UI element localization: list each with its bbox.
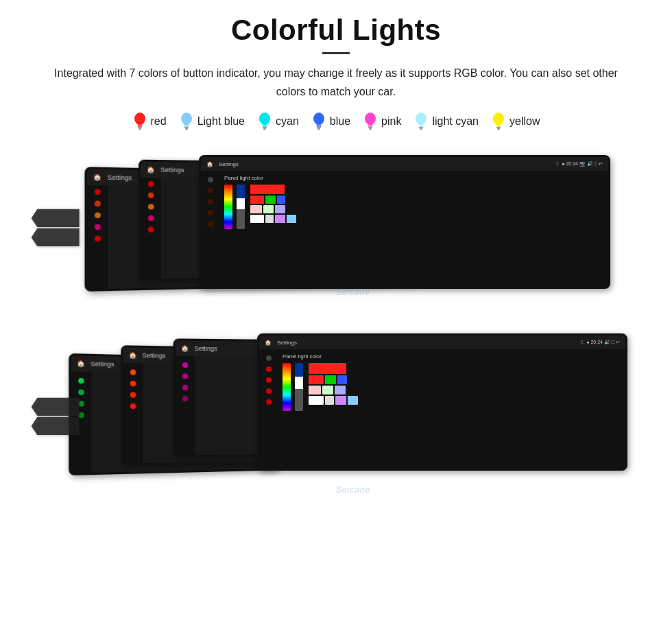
svg-point-16 [365,113,376,125]
color-label-blue: blue [330,115,350,128]
color-label-lightcyan: light cyan [432,115,479,128]
svg-rect-26 [496,127,501,128]
svg-rect-13 [316,124,321,127]
color-label-yellow: yellow [509,115,540,128]
svg-rect-21 [419,124,424,127]
bulb-red-icon [132,112,147,131]
panel-light-color-label-top: Panel light color [224,175,604,181]
svg-rect-25 [496,124,501,127]
page-container: Colorful Lights Integrated with 7 colors… [0,0,672,550]
svg-rect-17 [368,124,373,127]
svg-point-20 [416,113,427,125]
svg-point-0 [134,113,145,125]
bulb-cyan-icon [257,112,272,131]
svg-rect-11 [263,128,266,130]
svg-rect-14 [317,127,321,128]
svg-rect-2 [138,127,142,128]
svg-rect-27 [497,128,500,130]
top-devices-stack: 🏠 Settings ⚙ ✦ [93,152,614,303]
svg-point-4 [181,113,192,125]
watermark-top: Seicane [336,287,370,297]
device-front-bottom: 🏠 Settings ☾ ● 20:24 🔊 □ ↩ [257,333,627,471]
svg-rect-1 [137,124,142,127]
bulb-lightcyan-icon [413,112,429,131]
svg-point-12 [313,113,324,125]
svg-marker-31 [32,417,80,435]
svg-marker-28 [32,209,80,227]
title-section: Colorful Lights [27,14,645,54]
color-label-cyan: cyan [276,115,299,128]
left-arrow-ribbon-bottom [27,392,89,440]
left-arrow-ribbon-top [27,203,89,251]
svg-rect-6 [184,127,189,128]
svg-marker-30 [32,398,80,416]
color-item-pink: pink [363,112,401,131]
svg-rect-7 [185,128,188,130]
svg-marker-29 [32,228,80,246]
bulb-pink-icon [363,112,378,131]
svg-rect-9 [263,124,267,127]
device-front-top: 🏠 Settings ☾ ● 20:24 📷 🔊 □ ↩ [199,155,610,289]
color-label-red: red [151,115,167,128]
panel-light-color-label-bottom: Panel light color [283,353,621,360]
bulb-lightblue-icon [179,112,194,131]
svg-point-8 [259,113,270,125]
svg-rect-18 [368,127,372,128]
color-item-yellow: yellow [491,112,540,131]
color-item-lightcyan: light cyan [413,112,479,131]
svg-rect-22 [419,127,423,128]
color-label-pink: pink [381,115,401,128]
top-device-section: 🏠 Settings ⚙ ✦ [27,152,645,303]
color-item-red: red [132,112,167,131]
svg-rect-19 [369,128,372,130]
color-label-lightblue: Light blue [197,115,245,128]
svg-rect-10 [263,127,267,128]
title-divider [322,52,350,54]
svg-point-24 [493,113,504,125]
bottom-device-section: 🏠Settings ⚙ [27,330,645,502]
color-item-lightblue: Light blue [179,112,245,131]
bulb-yellow-icon [491,112,506,131]
description-text: Integrated with 7 colors of button indic… [41,64,631,101]
svg-rect-3 [139,128,141,130]
bulb-blue-icon [311,112,326,131]
svg-rect-5 [184,124,189,127]
color-indicators-row: red Light blue cyan [27,112,645,131]
watermark-bottom: Seicane [336,485,370,495]
color-item-cyan: cyan [257,112,299,131]
page-title: Colorful Lights [27,14,645,47]
color-item-blue: blue [311,112,350,131]
svg-rect-23 [420,128,422,130]
svg-rect-15 [317,128,320,130]
bottom-devices-stack: 🏠Settings ⚙ [72,330,634,502]
